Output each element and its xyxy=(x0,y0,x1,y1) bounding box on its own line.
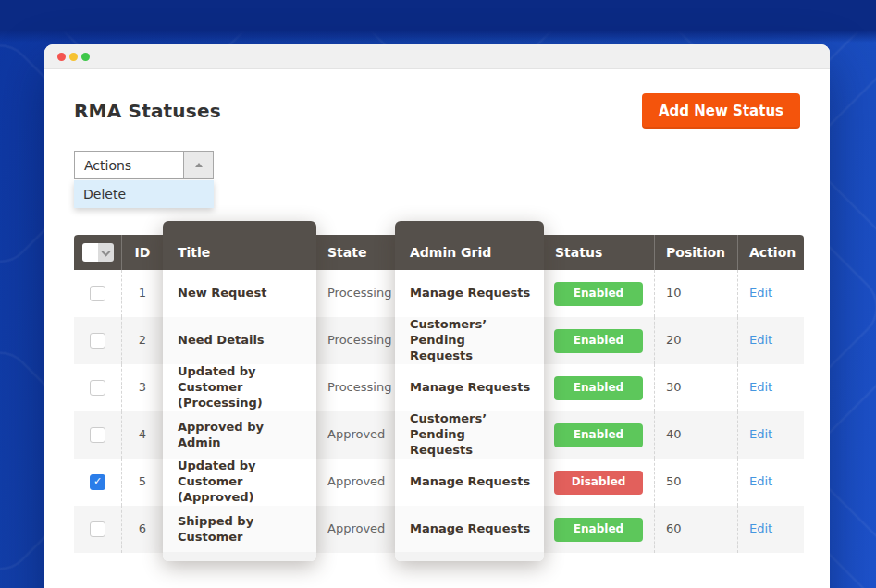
admin-grid-cell: Manage Requests xyxy=(395,364,544,411)
status-badge: Enabled xyxy=(554,518,643,542)
id-cell: 3 xyxy=(121,364,163,411)
admin-grid-cell: Customers’ Pending Requests xyxy=(395,411,544,459)
column-header-id[interactable]: ID xyxy=(121,235,163,270)
column-header-position[interactable]: Position xyxy=(654,235,737,270)
title-cell: Shipped by Customer xyxy=(163,506,316,553)
column-header-action[interactable]: Action xyxy=(737,235,804,270)
row-checkbox-cell xyxy=(74,317,121,364)
status-cell: Enabled xyxy=(544,270,654,317)
id-cell: 6 xyxy=(121,506,163,553)
row-checkbox-cell xyxy=(74,364,121,411)
edit-link[interactable]: Edit xyxy=(749,380,772,396)
edit-link[interactable]: Edit xyxy=(749,474,772,490)
state-cell: Processing xyxy=(316,364,395,411)
table-row: 2Need DetailsProcessingCustomers’ Pendin… xyxy=(74,317,804,364)
position-cell: 10 xyxy=(654,270,737,317)
row-checkbox[interactable] xyxy=(90,380,105,396)
column-header-admin-grid[interactable]: Admin Grid xyxy=(395,221,544,270)
table-row: 1New RequestProcessingManage RequestsEna… xyxy=(74,270,804,317)
table-row: ✓5Updated by Customer (Approved)Approved… xyxy=(74,459,804,506)
status-cell: Enabled xyxy=(544,364,654,411)
table-row: 6Shipped by CustomerApprovedManage Reque… xyxy=(74,506,804,553)
actions-select-label: Actions xyxy=(75,152,183,178)
id-cell: 4 xyxy=(121,411,163,459)
row-checkbox[interactable]: ✓ xyxy=(90,474,105,490)
state-cell: Approved xyxy=(316,459,395,506)
id-cell: 2 xyxy=(121,317,163,364)
rma-statuses-table: ID State Status Position Action 1New Req… xyxy=(74,235,804,553)
edit-link[interactable]: Edit xyxy=(749,427,772,443)
title-cell: Need Details xyxy=(163,317,316,364)
state-cell: Processing xyxy=(316,317,395,364)
edit-link[interactable]: Edit xyxy=(749,286,772,301)
actions-dropdown: Actions Delete xyxy=(74,151,214,179)
id-cell: 5 xyxy=(121,459,163,506)
state-cell: Approved xyxy=(316,506,395,553)
action-cell: Edit xyxy=(737,317,804,364)
edit-link[interactable]: Edit xyxy=(749,333,772,349)
title-cell: New Request xyxy=(163,270,316,317)
window-titlebar xyxy=(44,44,830,69)
title-cell: Updated by Customer (Processing) xyxy=(163,364,316,411)
table-row: 4Approved by AdminApprovedCustomers’ Pen… xyxy=(74,411,804,459)
action-cell: Edit xyxy=(737,364,804,411)
add-new-status-button[interactable]: Add New Status xyxy=(642,93,800,129)
window-minimize-button[interactable] xyxy=(69,53,78,61)
row-checkbox-cell xyxy=(74,506,121,553)
dragged-column-footer-admin-grid xyxy=(395,552,544,561)
action-cell: Edit xyxy=(737,270,804,317)
chevron-down-icon xyxy=(101,247,110,256)
actions-menu: Delete xyxy=(74,180,214,208)
row-checkbox[interactable] xyxy=(90,333,105,349)
status-badge: Enabled xyxy=(554,376,643,400)
admin-grid-cell: Manage Requests xyxy=(395,270,544,317)
row-checkbox[interactable] xyxy=(90,427,105,443)
page-content: RMA Statuses Add New Status Actions Dele… xyxy=(44,93,830,553)
table-body: 1New RequestProcessingManage RequestsEna… xyxy=(74,270,804,553)
position-cell: 50 xyxy=(654,459,737,506)
window-close-button[interactable] xyxy=(57,53,66,61)
table-row: 3Updated by Customer (Processing)Process… xyxy=(74,364,804,411)
row-checkbox-cell xyxy=(74,270,121,317)
id-cell: 1 xyxy=(121,270,163,317)
select-all-dropdown[interactable] xyxy=(98,243,114,262)
column-header-title[interactable]: Title xyxy=(163,221,316,270)
action-cell: Edit xyxy=(737,506,804,553)
status-cell: Disabled xyxy=(544,459,654,506)
row-checkbox-cell xyxy=(74,411,121,459)
status-cell: Enabled xyxy=(544,506,654,553)
app-window: RMA Statuses Add New Status Actions Dele… xyxy=(44,44,830,588)
position-cell: 40 xyxy=(654,411,737,459)
action-cell: Edit xyxy=(737,411,804,459)
dragged-column-footer-title xyxy=(163,552,316,561)
admin-grid-cell: Manage Requests xyxy=(395,506,544,553)
select-all-checkbox[interactable] xyxy=(82,243,114,262)
admin-grid-cell: Manage Requests xyxy=(395,459,544,506)
edit-link[interactable]: Edit xyxy=(749,521,772,537)
state-cell: Approved xyxy=(316,411,395,459)
state-cell: Processing xyxy=(316,270,395,317)
window-zoom-button[interactable] xyxy=(81,53,90,61)
column-header-state[interactable]: State xyxy=(316,235,395,270)
actions-arrow-button[interactable] xyxy=(183,152,213,178)
menu-item-delete[interactable]: Delete xyxy=(74,180,214,208)
top-navy-band xyxy=(0,0,876,43)
position-cell: 30 xyxy=(654,364,737,411)
page-header: RMA Statuses Add New Status xyxy=(74,93,800,129)
row-checkbox[interactable] xyxy=(90,521,105,537)
position-cell: 60 xyxy=(654,506,737,553)
status-cell: Enabled xyxy=(544,411,654,459)
position-cell: 20 xyxy=(654,317,737,364)
select-all-box xyxy=(82,243,98,262)
status-cell: Enabled xyxy=(544,317,654,364)
admin-grid-cell: Customers’ Pending Requests xyxy=(395,317,544,364)
title-cell: Updated by Customer (Approved) xyxy=(163,459,316,506)
column-header-status[interactable]: Status xyxy=(544,235,654,270)
status-badge: Disabled xyxy=(554,471,643,495)
actions-select[interactable]: Actions xyxy=(74,151,214,179)
action-cell: Edit xyxy=(737,459,804,506)
row-checkbox[interactable] xyxy=(90,286,105,301)
status-badge: Enabled xyxy=(554,423,643,447)
triangle-up-icon xyxy=(195,163,203,167)
row-checkbox-cell: ✓ xyxy=(74,459,121,506)
